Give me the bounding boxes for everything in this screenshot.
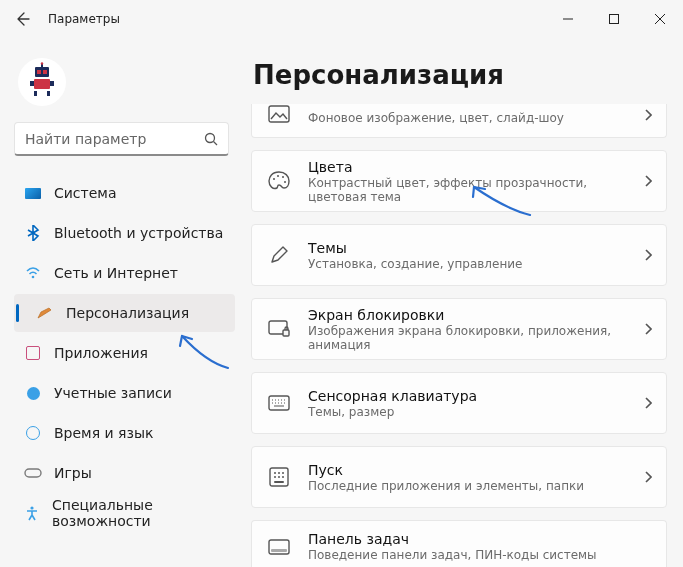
nav-item-system[interactable]: Система: [14, 174, 235, 212]
nav-item-personalization[interactable]: Персонализация: [14, 294, 235, 332]
card-title: Цвета: [308, 159, 626, 175]
svg-rect-9: [34, 91, 37, 96]
picture-icon: [268, 104, 290, 125]
minimize-button[interactable]: [545, 0, 591, 38]
chevron-right-icon: [644, 172, 652, 191]
arrow-left-icon: [14, 11, 30, 27]
monitor-lock-icon: [268, 318, 290, 340]
svg-rect-0: [610, 15, 619, 24]
clock-icon: [24, 424, 42, 442]
account-icon: [24, 384, 42, 402]
search-placeholder: Найти параметр: [25, 131, 146, 147]
gamepad-icon: [24, 464, 42, 482]
svg-point-28: [278, 476, 280, 478]
svg-rect-6: [34, 79, 50, 89]
card-taskbar[interactable]: Панель задач Поведение панели задач, ПИН…: [251, 520, 667, 567]
svg-point-27: [274, 476, 276, 478]
card-background[interactable]: Фоновое изображение, цвет, слайд-шоу: [251, 104, 667, 138]
svg-point-29: [282, 476, 284, 478]
svg-point-17: [277, 175, 279, 177]
chevron-right-icon: [644, 320, 652, 339]
titlebar-left: Параметры: [14, 11, 120, 27]
svg-rect-8: [50, 81, 54, 86]
titlebar: Параметры: [0, 0, 683, 38]
nav-item-accounts[interactable]: Учетные записи: [14, 374, 235, 412]
content-area: Персонализация Фоновое изображение, цвет…: [243, 38, 683, 567]
nav-label: Время и язык: [54, 425, 153, 441]
card-title: Панель задач: [308, 531, 626, 547]
window-controls: [545, 0, 683, 38]
nav-label: Приложения: [54, 345, 148, 361]
nav-label: Специальные возможности: [52, 497, 227, 529]
svg-point-14: [30, 506, 33, 509]
svg-point-25: [278, 472, 280, 474]
nav-item-bluetooth[interactable]: Bluetooth и устройства: [14, 214, 235, 252]
maximize-icon: [609, 14, 619, 24]
svg-rect-10: [47, 91, 50, 96]
svg-rect-30: [274, 481, 284, 483]
close-icon: [655, 14, 665, 24]
card-colors[interactable]: Цвета Контрастный цвет, эффекты прозрачн…: [251, 150, 667, 212]
minimize-icon: [563, 14, 573, 24]
nav-label: Учетные записи: [54, 385, 172, 401]
svg-rect-32: [271, 549, 287, 552]
wifi-icon: [24, 264, 42, 282]
card-start[interactable]: Пуск Последние приложения и элементы, па…: [251, 446, 667, 508]
svg-point-16: [273, 178, 275, 180]
user-avatar[interactable]: [18, 58, 66, 106]
nav-label: Сеть и Интернет: [54, 265, 178, 281]
svg-point-11: [206, 133, 215, 142]
keyboard-icon: [268, 392, 290, 414]
card-title: Темы: [308, 240, 626, 256]
system-icon: [24, 184, 42, 202]
nav-label: Bluetooth и устройства: [54, 225, 223, 241]
card-subtitle: Установка, создание, управление: [308, 257, 626, 271]
card-subtitle: Темы, размер: [308, 405, 626, 419]
nav-item-accessibility[interactable]: Специальные возможности: [14, 494, 235, 532]
svg-point-12: [32, 276, 35, 279]
app-title: Параметры: [48, 12, 120, 26]
card-subtitle: Поведение панели задач, ПИН-коды системы: [308, 548, 626, 562]
palette-icon: [268, 170, 290, 192]
taskbar-icon: [268, 536, 290, 558]
nav-item-gaming[interactable]: Игры: [14, 454, 235, 492]
nav-item-apps[interactable]: Приложения: [14, 334, 235, 372]
card-subtitle: Последние приложения и элементы, папки: [308, 479, 626, 493]
card-lockscreen[interactable]: Экран блокировки Изображения экрана блок…: [251, 298, 667, 360]
settings-list[interactable]: Фоновое изображение, цвет, слайд-шоу Цве…: [251, 104, 673, 567]
bluetooth-icon: [24, 224, 42, 242]
nav-label: Персонализация: [66, 305, 189, 321]
start-menu-icon: [268, 466, 290, 488]
svg-point-19: [284, 181, 286, 183]
nav-list: Система Bluetooth и устройства Сеть и Ин…: [14, 174, 235, 532]
svg-point-5: [41, 62, 43, 64]
chevron-right-icon: [644, 246, 652, 265]
svg-rect-3: [43, 70, 47, 74]
avatar-icon: [22, 62, 62, 102]
card-title: Пуск: [308, 462, 626, 478]
card-subtitle: Фоновое изображение, цвет, слайд-шоу: [308, 111, 626, 125]
card-themes[interactable]: Темы Установка, создание, управление: [251, 224, 667, 286]
card-subtitle: Контрастный цвет, эффекты прозрачности, …: [308, 176, 626, 204]
svg-point-24: [274, 472, 276, 474]
accessibility-icon: [24, 504, 40, 522]
svg-point-26: [282, 472, 284, 474]
maximize-button[interactable]: [591, 0, 637, 38]
close-button[interactable]: [637, 0, 683, 38]
nav-label: Система: [54, 185, 116, 201]
card-subtitle: Изображения экрана блокировки, приложени…: [308, 324, 626, 352]
card-title: Сенсорная клавиатура: [308, 388, 626, 404]
nav-item-network[interactable]: Сеть и Интернет: [14, 254, 235, 292]
svg-rect-7: [30, 81, 34, 86]
apps-icon: [24, 344, 42, 362]
page-title: Персонализация: [253, 60, 673, 90]
chevron-right-icon: [644, 468, 652, 487]
search-icon: [204, 132, 218, 146]
back-button[interactable]: [14, 11, 30, 27]
nav-item-time[interactable]: Время и язык: [14, 414, 235, 452]
svg-rect-21: [283, 330, 289, 336]
svg-rect-15: [269, 106, 289, 122]
card-touch-keyboard[interactable]: Сенсорная клавиатура Темы, размер: [251, 372, 667, 434]
svg-point-18: [282, 176, 284, 178]
search-input[interactable]: Найти параметр: [14, 122, 229, 156]
